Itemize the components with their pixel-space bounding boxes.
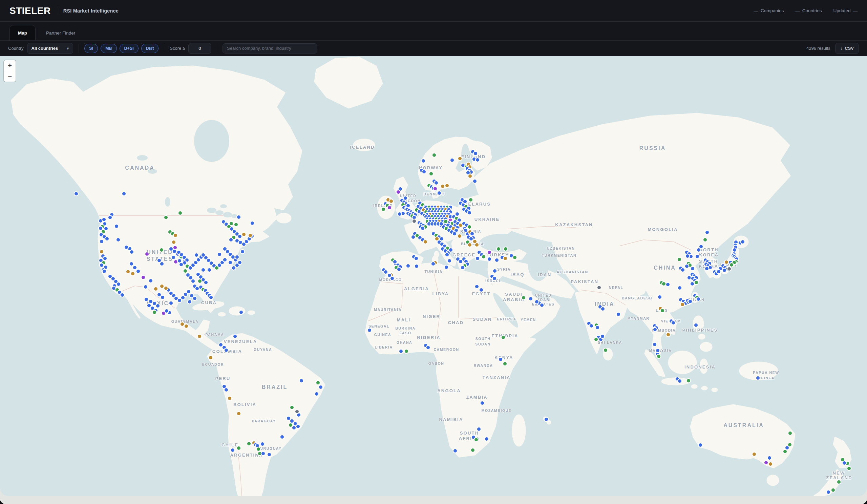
map-marker[interactable] [381, 207, 386, 212]
map-marker[interactable] [467, 243, 472, 247]
map-marker[interactable] [764, 460, 769, 465]
map-marker[interactable] [463, 228, 468, 233]
map-marker[interactable] [129, 250, 134, 254]
map-marker[interactable] [315, 380, 320, 385]
map-marker[interactable] [129, 261, 134, 266]
map-marker[interactable] [698, 443, 703, 448]
map-marker[interactable] [261, 451, 266, 456]
map-marker[interactable] [318, 385, 323, 389]
zoom-out-button[interactable]: − [4, 71, 15, 82]
map-marker[interactable] [450, 158, 454, 163]
map-marker[interactable] [470, 448, 475, 452]
map-marker[interactable] [207, 268, 212, 272]
map-marker[interactable] [102, 269, 107, 274]
map-marker[interactable] [437, 191, 442, 195]
map-marker[interactable] [250, 221, 255, 226]
map-marker[interactable] [153, 287, 158, 291]
chip-mb[interactable]: MB [100, 44, 117, 53]
map-marker[interactable] [467, 210, 472, 215]
map-marker[interactable] [498, 357, 503, 362]
map-marker[interactable] [159, 248, 164, 252]
map-marker[interactable] [432, 153, 437, 158]
map-marker[interactable] [195, 286, 200, 291]
map-marker[interactable] [422, 169, 426, 174]
map-marker[interactable] [130, 271, 135, 276]
map-marker[interactable] [230, 448, 235, 452]
map-marker[interactable] [686, 378, 691, 383]
map-marker[interactable] [453, 449, 458, 453]
map-marker[interactable] [494, 258, 499, 262]
map-marker[interactable] [665, 282, 670, 287]
map-marker[interactable] [236, 215, 241, 219]
map-marker[interactable] [468, 174, 472, 179]
map-marker[interactable] [295, 409, 299, 414]
map-marker[interactable] [433, 186, 438, 191]
map-marker[interactable] [475, 158, 480, 162]
map-marker[interactable] [431, 261, 436, 266]
map-marker[interactable] [444, 265, 449, 270]
map-marker[interactable] [448, 248, 453, 252]
map-marker[interactable] [192, 296, 197, 301]
map-marker[interactable] [396, 190, 401, 194]
map-marker[interactable] [705, 266, 709, 271]
map-marker[interactable] [240, 249, 245, 254]
map-marker[interactable] [447, 258, 452, 263]
map-marker[interactable] [184, 324, 189, 329]
map-marker[interactable] [474, 243, 479, 247]
map-marker[interactable] [256, 447, 261, 451]
map-marker[interactable] [126, 269, 130, 274]
map-marker[interactable] [74, 191, 78, 196]
map-marker[interactable] [217, 252, 222, 257]
map-marker[interactable] [475, 256, 480, 261]
map-marker[interactable] [660, 308, 665, 313]
map-marker[interactable] [652, 342, 657, 347]
map-marker[interactable] [501, 335, 506, 340]
map-marker[interactable] [452, 231, 457, 236]
map-marker[interactable] [292, 426, 296, 430]
map-marker[interactable] [236, 446, 241, 450]
chip-d-si[interactable]: D+SI [119, 44, 139, 53]
map-marker[interactable] [239, 310, 244, 315]
map-marker[interactable] [690, 281, 695, 286]
map-marker[interactable] [783, 449, 788, 454]
map-marker[interactable] [171, 255, 176, 260]
map-marker[interactable] [480, 401, 485, 405]
map-marker[interactable] [472, 179, 477, 184]
map-marker[interactable] [684, 264, 689, 269]
map-marker[interactable] [429, 171, 434, 176]
map-marker[interactable] [160, 261, 164, 266]
map-marker[interactable] [756, 376, 760, 380]
map-marker[interactable] [492, 269, 497, 274]
map-marker[interactable] [788, 431, 792, 436]
map-marker[interactable] [521, 296, 526, 300]
map-marker[interactable] [299, 378, 304, 383]
map-marker[interactable] [484, 437, 489, 441]
map-marker[interactable] [108, 215, 113, 220]
csv-export-button[interactable]: ↓ CSV [835, 43, 859, 54]
map-marker[interactable] [528, 296, 533, 301]
map-marker[interactable] [411, 235, 416, 239]
map-marker[interactable] [197, 334, 202, 339]
map-marker[interactable] [589, 323, 594, 328]
map-marker[interactable] [694, 280, 699, 285]
map-marker[interactable] [420, 226, 425, 230]
map-marker[interactable] [705, 230, 709, 235]
chip-dist[interactable]: Dist [141, 44, 159, 53]
map-marker[interactable] [178, 211, 183, 215]
map-marker[interactable] [503, 247, 508, 251]
map-marker[interactable] [677, 286, 682, 290]
map-marker[interactable] [657, 295, 662, 299]
map-marker[interactable] [314, 392, 319, 396]
map-marker[interactable] [496, 247, 501, 251]
map-marker[interactable] [458, 156, 462, 161]
map-marker[interactable] [492, 276, 497, 281]
map-marker[interactable] [208, 355, 213, 360]
map-marker[interactable] [440, 184, 445, 189]
map-marker[interactable] [163, 286, 168, 291]
map-marker[interactable] [703, 237, 707, 242]
map-marker[interactable] [414, 256, 419, 261]
map-marker[interactable] [740, 239, 745, 244]
map-marker[interactable] [468, 197, 473, 202]
map-marker[interactable] [477, 427, 481, 431]
map-marker[interactable] [716, 269, 721, 274]
